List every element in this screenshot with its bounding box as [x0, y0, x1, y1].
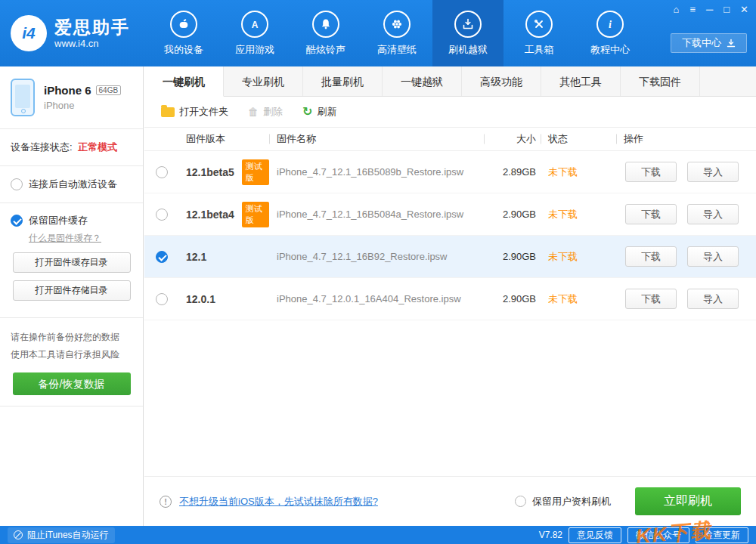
auto-activate-radio[interactable] — [11, 178, 23, 190]
nav-item-tutorials[interactable]: i 教程中心 — [575, 0, 646, 66]
toolbox-icon — [525, 11, 553, 38]
svg-text:i: i — [609, 19, 612, 30]
keep-user-data-radio[interactable] — [515, 496, 526, 507]
firmware-select-radio[interactable] — [156, 251, 168, 263]
check-update-button[interactable]: 检查更新 — [696, 527, 748, 543]
tab-download-firmware[interactable]: 下载固件 — [621, 66, 700, 96]
beta-badge: 测试版 — [242, 159, 269, 185]
feedback-button[interactable]: 意见反馈 — [569, 527, 621, 543]
keep-cache-radio[interactable] — [11, 215, 23, 227]
delete-label: 删除 — [263, 105, 283, 119]
nav-item-toolbox[interactable]: 工具箱 — [503, 0, 575, 66]
keep-user-data-label: 保留用户资料刷机 — [532, 495, 611, 508]
keep-cache-option[interactable]: 保留固件缓存 — [11, 214, 132, 227]
nav-item-wallpapers[interactable]: 高清壁纸 — [361, 0, 432, 66]
download-center-button[interactable]: 下载中心 — [671, 33, 747, 53]
block-icon — [14, 530, 23, 539]
tab-one-click-flash[interactable]: 一键刷机 — [144, 66, 224, 97]
firmware-row[interactable]: 12.0.1 iPhone_4.7_12.0.1_16A404_Restore.… — [144, 278, 756, 320]
download-icon — [727, 39, 736, 48]
close-icon[interactable]: ✕ — [740, 5, 748, 14]
nav-item-my-devices[interactable]: 我的设备 — [148, 0, 219, 66]
backup-restore-button[interactable]: 备份/恢复数据 — [13, 372, 131, 395]
wallpaper-icon — [383, 11, 411, 38]
trash-icon: 🗑 — [248, 107, 259, 117]
open-cache-dir-button[interactable]: 打开固件缓存目录 — [13, 252, 131, 273]
main-nav: 我的设备 A 应用游戏 酷炫铃声 高清壁纸 — [148, 0, 646, 66]
main-panel: 一键刷机 专业刷机 批量刷机 一键越狱 高级功能 其他工具 下载固件 打开文件夹… — [144, 66, 756, 526]
tab-other-tools[interactable]: 其他工具 — [541, 66, 621, 96]
open-storage-dir-button[interactable]: 打开固件存储目录 — [13, 280, 131, 301]
minimize-icon[interactable]: ─ — [706, 5, 713, 14]
backup-section: 请在操作前备份好您的数据 使用本工具请自行承担风险 备份/恢复数据 — [0, 318, 143, 406]
device-card: iPhone 6 64GB iPhone — [0, 66, 143, 129]
delete-button[interactable]: 🗑 删除 — [248, 105, 283, 119]
download-button[interactable]: 下载 — [625, 204, 677, 224]
import-button[interactable]: 导入 — [687, 204, 739, 224]
open-folder-button[interactable]: 打开文件夹 — [161, 105, 228, 119]
nav-label: 刷机越狱 — [448, 43, 488, 57]
firmware-version: 12.0.1 — [186, 293, 215, 305]
maximize-icon[interactable]: □ — [723, 5, 730, 14]
firmware-version: 12.1beta5 — [186, 166, 234, 178]
wechat-account-button[interactable]: 微信公众号 — [627, 527, 689, 543]
tab-advanced[interactable]: 高级功能 — [462, 66, 541, 96]
svg-text:A: A — [252, 19, 259, 29]
nav-item-apps-games[interactable]: A 应用游戏 — [219, 0, 290, 66]
nav-label: 工具箱 — [525, 43, 554, 57]
firmware-select-radio[interactable] — [156, 293, 168, 305]
firmware-size: 2.90GB — [484, 209, 541, 220]
download-button[interactable]: 下载 — [625, 289, 677, 309]
app-logo: i4 爱思助手 www.i4.cn — [11, 0, 130, 66]
connection-status-row: 设备连接状态: 正常模式 — [0, 129, 143, 166]
statusbar: 阻止iTunes自动运行 V7.82 意见反馈 微信公众号 检查更新 — [0, 526, 756, 544]
nav-item-ringtones[interactable]: 酷炫铃声 — [290, 0, 361, 66]
tab-pro-flash[interactable]: 专业刷机 — [224, 66, 303, 96]
firmware-status: 未下载 — [541, 292, 616, 306]
skin-menu-icon[interactable]: ≡ — [689, 5, 696, 14]
refresh-button[interactable]: ↻ 刷新 — [302, 105, 336, 119]
refresh-label: 刷新 — [317, 105, 336, 119]
cache-help-link[interactable]: 什么是固件缓存？ — [29, 232, 132, 245]
firmware-version: 12.1beta4 — [186, 209, 234, 221]
import-button[interactable]: 导入 — [687, 246, 739, 267]
firmware-filename: iPhone_4.7_12.1_16B5084a_Restore.ipsw — [269, 209, 484, 220]
keep-user-data-option[interactable]: 保留用户资料刷机 — [515, 495, 611, 508]
refresh-icon: ↻ — [302, 106, 312, 118]
download-button[interactable]: 下载 — [625, 162, 677, 182]
download-center-label: 下载中心 — [682, 36, 721, 50]
flash-now-button[interactable]: 立即刷机 — [635, 487, 741, 515]
col-operation: 操作 — [616, 132, 756, 146]
download-button[interactable]: 下载 — [625, 246, 677, 267]
backup-warning-line1: 请在操作前备份好您的数据 — [11, 329, 132, 346]
firmware-version: 12.1 — [186, 251, 206, 263]
home-icon[interactable]: ⌂ — [674, 5, 680, 14]
window-controls: ⌂ ≡ ─ □ ✕ — [674, 5, 748, 14]
open-folder-label: 打开文件夹 — [179, 105, 228, 119]
connection-status-value: 正常模式 — [78, 141, 117, 153]
firmware-size: 2.89GB — [484, 166, 541, 178]
sidebar: iPhone 6 64GB iPhone 设备连接状态: 正常模式 连接后自动激… — [0, 66, 144, 526]
device-capacity-badge: 64GB — [96, 85, 122, 95]
app-title: 爱思助手 — [54, 17, 130, 39]
nav-item-flash-jailbreak[interactable]: 刷机越狱 — [432, 0, 503, 66]
firmware-select-radio[interactable] — [156, 209, 168, 221]
erase-data-link[interactable]: 不想升级当前iOS版本，先试试抹除所有数据? — [179, 495, 378, 508]
import-button[interactable]: 导入 — [687, 162, 739, 182]
tab-one-click-jailbreak[interactable]: 一键越狱 — [383, 66, 462, 96]
firmware-filename: iPhone_4.7_12.1_16B92_Restore.ipsw — [269, 251, 484, 262]
auto-activate-option[interactable]: 连接后自动激活设备 — [0, 166, 143, 203]
tab-batch-flash[interactable]: 批量刷机 — [303, 66, 383, 96]
device-model: iPhone — [44, 100, 121, 111]
firmware-row[interactable]: 12.1beta5测试版 iPhone_4.7_12.1_16B5089b_Re… — [144, 151, 756, 193]
firmware-row[interactable]: 12.1beta4测试版 iPhone_4.7_12.1_16B5084a_Re… — [144, 193, 756, 236]
firmware-select-radio[interactable] — [156, 166, 168, 178]
firmware-filename: iPhone_4.7_12.0.1_16A404_Restore.ipsw — [269, 293, 484, 304]
nav-label: 酷炫铃声 — [306, 43, 345, 57]
folder-icon — [161, 107, 175, 117]
import-button[interactable]: 导入 — [687, 289, 739, 309]
nav-label: 高清壁纸 — [377, 43, 417, 57]
firmware-row[interactable]: 12.1 iPhone_4.7_12.1_16B92_Restore.ipsw … — [144, 236, 756, 278]
col-status: 状态 — [541, 132, 616, 146]
block-itunes-option[interactable]: 阻止iTunes自动运行 — [8, 527, 115, 543]
